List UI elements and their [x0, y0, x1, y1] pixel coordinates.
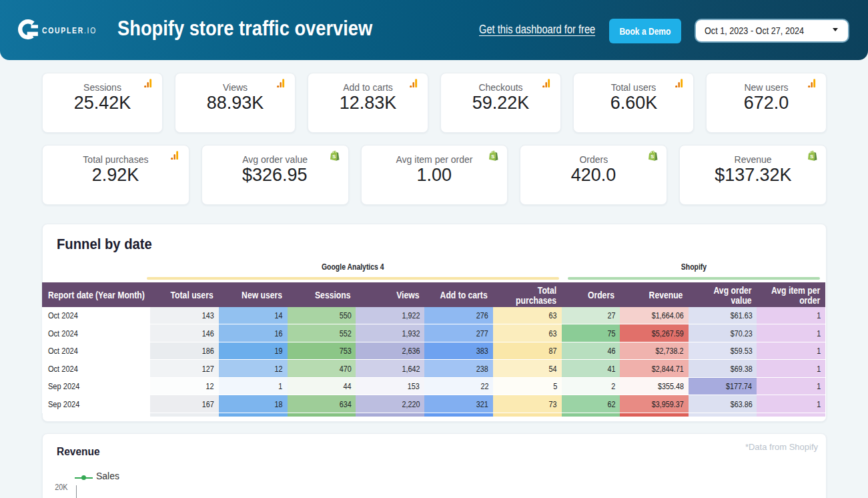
- svg-text:S: S: [810, 154, 813, 160]
- svg-text:S: S: [650, 154, 654, 160]
- svg-text:S: S: [492, 154, 495, 160]
- svg-text:S: S: [332, 154, 336, 160]
